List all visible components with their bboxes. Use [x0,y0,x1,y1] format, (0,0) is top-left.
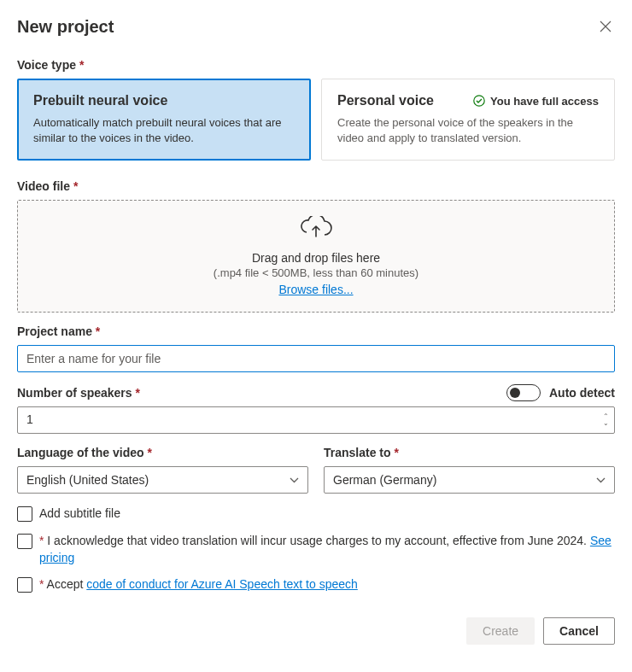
prebuilt-title: Prebuilt neural voice [33,93,167,108]
prebuilt-desc: Automatically match prebuilt neural voic… [33,115,295,146]
language-of-video-select[interactable]: English (United States) [17,466,308,494]
acknowledge-text: * I acknowledge that video translation w… [39,533,615,566]
speakers-label: Number of speakers * [17,386,140,400]
subtitle-checkbox[interactable] [17,506,32,522]
project-name-label: Project name * [17,324,615,338]
translate-to-select[interactable]: German (Germany) [324,466,615,494]
access-badge: You have full access [473,95,599,108]
check-circle-icon [473,95,485,107]
translate-to-value: German (Germany) [333,473,436,487]
close-icon [600,20,612,35]
accept-checkbox[interactable] [17,577,32,593]
dialog-title: New project [17,17,114,37]
browse-files-link[interactable]: Browse files... [278,283,353,296]
auto-detect-label: Auto detect [549,386,615,400]
chevron-down-icon [290,475,299,485]
speakers-value: 1 [18,407,598,433]
svg-point-0 [474,96,484,106]
code-of-conduct-link[interactable]: code of conduct for Azure AI Speech text… [86,577,358,591]
cloud-upload-icon [299,216,333,244]
drop-text: Drag and drop files here [33,251,599,265]
drop-hint: (.mp4 file < 500MB, less than 60 minutes… [33,266,599,279]
language-of-video-label: Language of the video * [17,446,308,459]
cancel-button[interactable]: Cancel [543,617,615,645]
auto-detect-toggle[interactable] [506,384,541,401]
personal-desc: Create the personal voice of the speaker… [337,115,599,146]
subtitle-label: Add subtitle file [39,505,120,523]
spinner-down[interactable]: ⌄ [603,420,609,427]
chevron-down-icon [596,475,606,485]
accept-text: * Accept code of conduct for Azure AI Sp… [39,576,358,593]
voice-card-prebuilt[interactable]: Prebuilt neural voice Automatically matc… [17,79,311,161]
video-file-label: Video file * [17,179,615,193]
project-name-input[interactable] [17,345,615,372]
voice-type-label: Voice type * [17,58,615,72]
personal-title: Personal voice [337,93,434,108]
speakers-spinner[interactable]: 1 ⌃ ⌄ [17,406,615,434]
language-of-video-value: English (United States) [26,473,149,487]
acknowledge-checkbox[interactable] [17,534,32,549]
voice-card-personal[interactable]: Personal voice You have full access Crea… [321,79,615,161]
create-button[interactable]: Create [466,617,535,645]
translate-to-label: Translate to * [324,446,615,459]
voice-type-cards: Prebuilt neural voice Automatically matc… [17,79,615,161]
toggle-knob [510,388,520,398]
file-dropzone[interactable]: Drag and drop files here (.mp4 file < 50… [17,200,615,313]
close-button[interactable] [596,17,615,39]
